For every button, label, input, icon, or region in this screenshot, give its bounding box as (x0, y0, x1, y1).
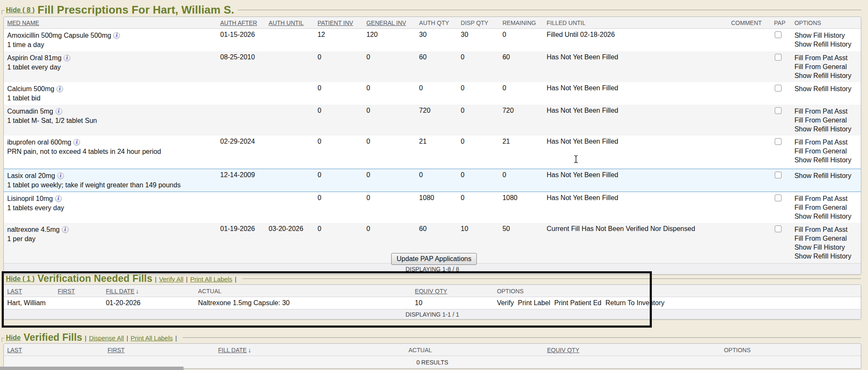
verify-link[interactable]: Verify (497, 299, 514, 306)
pap-checkbox[interactable] (775, 225, 782, 232)
option-link[interactable]: Show Fill History (794, 243, 857, 252)
pap-checkbox[interactable] (775, 195, 782, 201)
option-link[interactable]: Fill From General (794, 147, 857, 156)
option-link[interactable]: Show Refill History (794, 171, 857, 180)
med-cell: Calcium 500mgi 1 tablet bid (4, 82, 217, 105)
remaining-cell: 720 (499, 105, 543, 136)
auth-qty-cell: 0 (416, 82, 457, 105)
auth-until-cell (265, 192, 314, 223)
comment-cell (728, 136, 771, 169)
print-all-labels-link[interactable]: Print All Labels (131, 334, 172, 342)
med-cell: Lisinopril 10mgi 1 tablets every day (4, 192, 217, 223)
table-row-amoxicillin: Amoxicillin 500mg Capsule 500mgi 1 time … (4, 29, 861, 51)
option-link[interactable]: Show Refill History (794, 212, 857, 221)
col-auth-until[interactable]: AUTH UNTIL (265, 17, 314, 29)
verified-fills-section: Hide Verified Fills | Dispense All | Pri… (3, 332, 861, 369)
info-icon[interactable]: i (113, 32, 120, 39)
print-label-link[interactable]: Print Label (518, 299, 551, 306)
option-link[interactable]: Show Refill History (794, 71, 857, 80)
option-link[interactable]: Fill From Pat Asst (794, 225, 857, 234)
dispense-all-link[interactable]: Dispense All (89, 334, 124, 342)
pap-checkbox[interactable] (775, 172, 782, 178)
button-bar: Update PAP Applications (0, 253, 868, 265)
pap-cell (771, 105, 791, 136)
option-link[interactable]: Fill From Pat Asst (794, 194, 857, 203)
filled-until-cell: Has Not Yet Been Filled (543, 82, 728, 105)
remaining-cell: 1080 (499, 192, 543, 223)
info-icon[interactable]: i (56, 86, 63, 92)
separator: | (126, 334, 128, 342)
table-row-ibuprofen: ibuprofen oral 600mgi PRN pain, not to e… (4, 136, 861, 169)
patient-inv-cell: 0 (314, 105, 363, 136)
separator: | (85, 334, 86, 342)
verified-header-row: LAST FIRST FILL DATE↓ ACTUAL EQUIV QTY O… (4, 344, 861, 356)
info-icon[interactable]: i (64, 55, 70, 61)
print-all-labels-link[interactable]: Print All Labels (190, 275, 232, 283)
auth-after-cell: 08-25-2010 (217, 51, 265, 82)
col-last[interactable]: LAST (4, 285, 54, 297)
info-icon[interactable]: i (62, 226, 69, 233)
auth-after-cell: 12-14-2009 (217, 169, 265, 192)
col-fill-date[interactable]: FILL DATE↓ (103, 285, 195, 297)
verification-pagination-row: DISPLAYING 1-1 / 1 (4, 309, 861, 319)
table-row-lasix-selected: Lasix oral 20mgi 1 tablet po weekly; tak… (4, 169, 861, 192)
verified-legend: Hide Verified Fills | Dispense All | Pri… (3, 332, 861, 343)
hide-verification-link[interactable]: Hide ( 1 ) (6, 275, 35, 283)
fill-prescriptions-legend: Hide ( 8 ) Fill Prescriptions For Hart, … (3, 3, 861, 17)
patient-inv-cell: 0 (314, 51, 363, 82)
return-to-inventory-link[interactable]: Return To Inventory (605, 299, 664, 306)
update-pap-applications-button[interactable]: Update PAP Applications (391, 253, 477, 265)
filled-until-cell: Has Not Yet Been Filled (543, 169, 728, 192)
pap-checkbox[interactable] (775, 31, 782, 38)
pap-checkbox[interactable] (775, 107, 782, 114)
col-actual: ACTUAL (195, 285, 412, 297)
option-link[interactable]: Show Refill History (794, 84, 857, 93)
col-last[interactable]: LAST (4, 344, 104, 356)
option-link[interactable]: Fill From Pat Asst (794, 53, 857, 62)
print-patient-ed-link[interactable]: Print Patient Ed (554, 299, 601, 306)
col-general-inv[interactable]: GENERAL INV (363, 17, 415, 29)
separator: | (235, 275, 236, 283)
hide-prescriptions-link[interactable]: Hide ( 8 ) (6, 6, 35, 14)
option-link[interactable]: Fill From General (794, 62, 857, 71)
col-first[interactable]: FIRST (54, 285, 102, 297)
legend-rule (238, 10, 861, 10)
med-sig: PRN pain, not to exceed 4 tablets in 24 … (7, 147, 213, 156)
col-equiv-qty[interactable]: EQUIV QTY (544, 344, 721, 356)
option-link[interactable]: Fill From General (794, 203, 857, 212)
auth-qty-cell: 60 (416, 51, 457, 82)
hide-verified-link[interactable]: Hide (6, 334, 21, 342)
option-link[interactable]: Fill From Pat Asst (794, 138, 857, 147)
option-link[interactable]: Show Fill History (794, 31, 857, 40)
info-icon[interactable]: i (56, 108, 62, 115)
col-fill-date[interactable]: FILL DATE↓ (214, 344, 405, 356)
option-link[interactable]: Fill From General (794, 116, 857, 125)
info-icon[interactable]: i (73, 139, 80, 146)
verification-table: LAST FIRST FILL DATE↓ ACTUAL EQUIV QTY O… (3, 284, 861, 320)
info-icon[interactable]: i (57, 172, 64, 179)
page-title: Fill Prescriptions For Hart, William S. (38, 3, 234, 17)
option-link[interactable]: Fill From Pat Asst (794, 107, 857, 116)
pap-checkbox[interactable] (775, 85, 782, 92)
pap-cell (771, 136, 791, 169)
pap-checkbox[interactable] (775, 54, 782, 61)
col-auth-after[interactable]: AUTH AFTER (217, 17, 265, 29)
verify-all-link[interactable]: Verify All (159, 275, 184, 283)
comment-cell (728, 82, 771, 105)
col-med-name[interactable]: MED NAME (4, 17, 217, 29)
comment-cell (728, 169, 771, 192)
comment-cell (728, 51, 771, 82)
option-link[interactable]: Show Refill History (794, 125, 857, 134)
options-cell: Show Fill History Show Refill History (791, 29, 861, 51)
option-link[interactable]: Fill From General (794, 234, 857, 243)
verification-title: Verification Needed Fills (38, 273, 153, 284)
option-link[interactable]: Show Refill History (794, 156, 857, 164)
option-link[interactable]: Show Refill History (794, 40, 857, 49)
pap-checkbox[interactable] (775, 138, 782, 145)
col-patient-inv[interactable]: PATIENT INV (314, 17, 363, 29)
col-equiv-qty[interactable]: EQUIV QTY (412, 285, 494, 297)
auth-qty-cell: 21 (416, 136, 457, 169)
info-icon[interactable]: i (55, 195, 62, 202)
med-sig: 1 tablet po weekly; take if weight great… (7, 181, 213, 189)
col-first[interactable]: FIRST (104, 344, 215, 356)
